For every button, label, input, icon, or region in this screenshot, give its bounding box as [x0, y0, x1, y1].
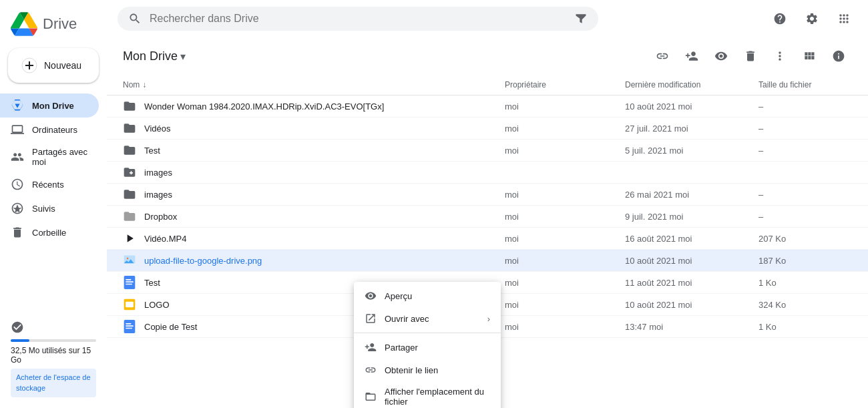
breadcrumb[interactable]: Mon Drive ▾: [123, 49, 186, 63]
file-size: –: [758, 212, 852, 222]
file-name: images: [144, 190, 172, 200]
file-icon: [123, 166, 136, 179]
person-add-icon: [365, 341, 377, 353]
add-person-button[interactable]: [678, 43, 705, 69]
computer-icon: [11, 123, 24, 136]
file-name: Vidéo.MP4: [144, 234, 186, 244]
ctx-label-partager: Partager: [385, 343, 490, 353]
svg-rect-7: [126, 281, 134, 282]
link-icon: [365, 364, 377, 376]
file-size: –: [758, 124, 852, 134]
sidebar: Drive Nouveau Mon Drive Ordinateurs Part…: [0, 0, 107, 408]
plus-icon: [21, 57, 37, 73]
sidebar-item-label-mon-drive: Mon Drive: [32, 101, 74, 111]
sidebar-item-label-partages: Partagés avec moi: [32, 147, 88, 167]
sidebar-item-partages[interactable]: Partagés avec moi: [0, 142, 99, 172]
grid-button[interactable]: [796, 43, 823, 69]
col-name[interactable]: Nom ↓: [123, 80, 505, 89]
col-size: Taille du fichier: [758, 80, 852, 89]
view-button[interactable]: [708, 43, 734, 69]
table-row[interactable]: Test moi 5 juil. 2021 moi –: [107, 140, 868, 162]
filter-icon[interactable]: [574, 12, 588, 25]
svg-rect-10: [126, 302, 134, 307]
table-row[interactable]: Dropbox moi 9 juil. 2021 moi –: [107, 206, 868, 228]
file-icon: [123, 188, 136, 201]
link-button[interactable]: [649, 43, 676, 69]
col-modified: Dernière modification: [625, 80, 758, 89]
file-list-header: Nom ↓ Propriétaire Dernière modification…: [107, 75, 868, 95]
svg-rect-14: [126, 328, 132, 329]
new-button[interactable]: Nouveau: [8, 48, 99, 83]
delete-button[interactable]: [737, 43, 764, 69]
ctx-label-afficher-emplacement: Afficher l'emplacement du fichier: [385, 387, 490, 407]
more-button[interactable]: [767, 43, 793, 69]
info-button[interactable]: [825, 43, 852, 69]
file-list-container: Nom ↓ Propriétaire Dernière modification…: [107, 75, 868, 408]
topbar-icons: [767, 5, 857, 32]
svg-rect-6: [126, 279, 131, 280]
file-size: 1 Ko: [758, 278, 852, 288]
file-name: Copie de Test: [144, 322, 197, 332]
file-modified: 27 juil. 2021 moi: [625, 124, 758, 134]
file-owner: moi: [505, 190, 625, 200]
ctx-item-afficher-emplacement[interactable]: Afficher l'emplacement du fichier: [354, 381, 501, 408]
file-modified: 10 août 2021 moi: [625, 101, 758, 112]
ctx-item-obtenir-lien[interactable]: Obtenir le lien: [354, 359, 501, 381]
storage-section: 32,5 Mo utilisés sur 15 Go Acheter de l'…: [0, 315, 107, 403]
sidebar-item-suivis[interactable]: Suivis: [0, 196, 99, 220]
file-modified: 5 juil. 2021 moi: [625, 146, 758, 156]
sidebar-item-label-ordinateurs: Ordinateurs: [32, 125, 77, 135]
table-row[interactable]: Vidéo.MP4 moi 16 août 2021 moi 207 Ko: [107, 228, 868, 250]
file-owner: moi: [505, 101, 625, 112]
settings-button[interactable]: [799, 5, 825, 32]
file-size: 187 Ko: [758, 256, 852, 266]
apps-button[interactable]: [831, 5, 857, 32]
file-icon: [123, 99, 136, 113]
sidebar-item-corbeille[interactable]: Corbeille: [0, 220, 99, 244]
table-row[interactable]: upload-file-to-google-drive.png moi 10 a…: [107, 250, 868, 272]
file-name: Vidéos: [144, 124, 171, 134]
sidebar-item-label-corbeille: Corbeille: [32, 228, 66, 238]
table-row[interactable]: Wonder Woman 1984.2020.IMAX.HDRip.XviD.A…: [107, 95, 868, 118]
storage-buy-link[interactable]: Acheter de l'espace de stockage: [11, 369, 96, 397]
menu-separator: [354, 333, 501, 333]
file-size: –: [758, 190, 852, 200]
sidebar-item-mon-drive[interactable]: Mon Drive: [0, 93, 99, 118]
file-size: 207 Ko: [758, 234, 852, 244]
file-size: 324 Ko: [758, 300, 852, 310]
file-name: images: [144, 168, 172, 178]
file-owner: moi: [505, 278, 625, 288]
table-row[interactable]: images: [107, 162, 868, 184]
ctx-item-ouvrir-avec[interactable]: Ouvrir avec ›: [354, 307, 501, 330]
file-modified: 13:47 moi: [625, 322, 758, 332]
svg-point-4: [127, 258, 129, 260]
help-button[interactable]: [767, 5, 793, 32]
table-row[interactable]: Vidéos moi 27 juil. 2021 moi –: [107, 118, 868, 140]
file-modified: 10 août 2021 moi: [625, 300, 758, 310]
sidebar-item-ordinateurs[interactable]: Ordinateurs: [0, 118, 99, 142]
file-size: –: [758, 101, 852, 112]
file-name: Dropbox: [144, 212, 177, 222]
file-icon: [123, 276, 136, 289]
file-owner: moi: [505, 234, 625, 244]
breadcrumb-bar: Mon Drive ▾: [107, 37, 868, 75]
folder-open-icon: [365, 391, 377, 403]
file-icon: [123, 144, 136, 157]
file-name: Test: [144, 278, 160, 288]
app-logo: Drive: [0, 5, 107, 48]
ctx-label-ouvrir-avec: Ouvrir avec: [385, 314, 479, 324]
table-row[interactable]: images moi 26 mai 2021 moi –: [107, 184, 868, 206]
file-name: upload-file-to-google-drive.png: [144, 256, 262, 266]
file-icon: [123, 320, 136, 333]
ctx-item-apercu[interactable]: Aperçu: [354, 284, 501, 307]
file-icon: [123, 122, 136, 135]
topbar: [107, 0, 868, 37]
ctx-item-partager[interactable]: Partager: [354, 336, 501, 359]
svg-rect-8: [126, 284, 132, 285]
search-input[interactable]: [150, 13, 566, 25]
svg-rect-13: [126, 325, 134, 327]
file-name: LOGO: [144, 300, 170, 310]
sidebar-item-recents[interactable]: Récents: [0, 172, 99, 196]
breadcrumb-label: Mon Drive: [123, 49, 178, 63]
file-owner: moi: [505, 146, 625, 156]
